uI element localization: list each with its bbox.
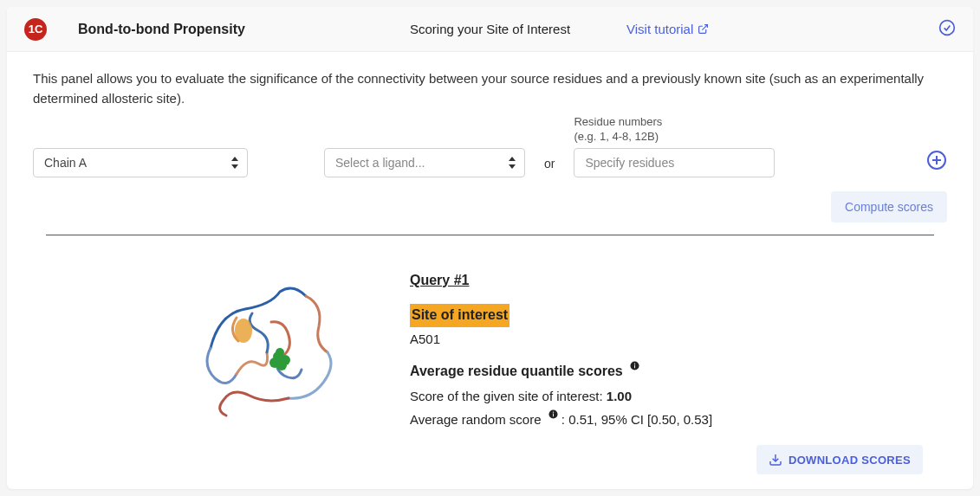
residue-label-line2: (e.g. 1, 4-8, 12B) — [574, 130, 659, 143]
random-stats: : 0.51, 95% CI [0.50, 0.53] — [561, 412, 712, 427]
svg-point-9 — [235, 319, 252, 343]
panel-subtitle: Scoring your Site of Interest — [410, 22, 570, 36]
svg-point-14 — [276, 348, 284, 357]
svg-rect-16 — [634, 364, 635, 368]
residue-label: Residue numbers (e.g. 1, 4-8, 12B) — [574, 115, 775, 145]
score-prefix: Score of the given site of interest: — [410, 389, 607, 403]
download-icon — [769, 453, 782, 467]
panel-body: This panel allows you to evaluate the si… — [7, 52, 973, 489]
residue-label-line1: Residue numbers — [574, 115, 662, 128]
tutorial-link[interactable]: Visit tutorial — [626, 22, 709, 36]
random-score-line: Average random score : 0.51, 95% CI [0.5… — [410, 409, 712, 429]
or-separator: or — [544, 157, 555, 171]
panel-description: This panel allows you to evaluate the si… — [33, 69, 947, 108]
avg-quantile-heading: Average residue quantile scores — [410, 364, 623, 378]
svg-line-0 — [703, 25, 708, 30]
svg-point-1 — [940, 20, 955, 35]
step-badge: 1C — [24, 18, 47, 41]
info-icon[interactable] — [548, 409, 558, 419]
external-link-icon — [698, 23, 709, 35]
svg-rect-19 — [553, 413, 554, 416]
score-line: Score of the given site of interest: 1.0… — [410, 386, 712, 406]
ligand-select[interactable]: Select a ligand... — [324, 148, 525, 177]
result-text: Query #1 Site of interest A501 Average r… — [410, 270, 712, 429]
residue-value: A501 — [410, 329, 712, 349]
compute-scores-button[interactable]: Compute scores — [831, 191, 947, 222]
download-label: DOWNLOAD SCORES — [789, 454, 911, 467]
protein-structure-viz — [185, 270, 358, 426]
svg-point-13 — [269, 358, 280, 368]
download-row: DOWNLOAD SCORES — [33, 445, 947, 474]
results-section: Query #1 Site of interest A501 Average r… — [33, 235, 947, 429]
random-prefix: Average random score — [410, 412, 541, 427]
panel-title: Bond-to-bond Propensity — [78, 22, 245, 37]
add-row-button[interactable] — [926, 150, 947, 174]
panel-header: 1C Bond-to-bond Propensity Scoring your … — [7, 7, 973, 52]
chain-select-wrap: Chain A — [33, 148, 248, 177]
site-of-interest-label: Site of interest — [410, 304, 509, 327]
panel-card: 1C Bond-to-bond Propensity Scoring your … — [7, 7, 973, 489]
score-value: 1.00 — [607, 389, 632, 403]
svg-point-17 — [634, 363, 635, 364]
download-scores-button[interactable]: DOWNLOAD SCORES — [756, 445, 923, 474]
ligand-select-wrap: Select a ligand... — [324, 148, 525, 177]
compute-row: Compute scores — [33, 191, 947, 222]
residue-group: Residue numbers (e.g. 1, 4-8, 12B) — [574, 115, 775, 177]
check-complete-icon — [938, 19, 956, 40]
controls-row: Chain A Select a ligand... or Residue nu… — [33, 124, 947, 177]
tutorial-link-label: Visit tutorial — [626, 22, 693, 36]
chain-select[interactable]: Chain A — [33, 148, 248, 177]
info-icon[interactable] — [630, 361, 639, 370]
residue-input[interactable] — [574, 148, 775, 177]
query-title: Query #1 — [410, 270, 712, 292]
svg-point-20 — [553, 411, 554, 412]
